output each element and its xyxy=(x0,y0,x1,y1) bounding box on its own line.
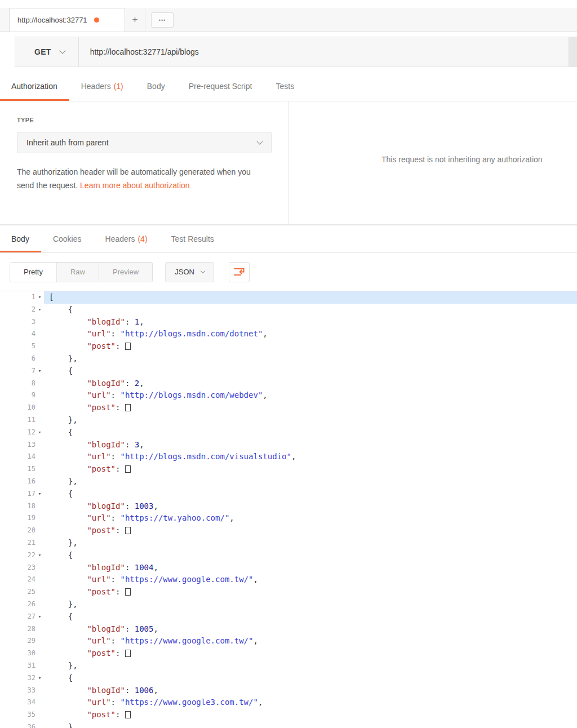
line-number: 36 xyxy=(0,721,35,728)
more-tabs-button[interactable]: ••• xyxy=(151,12,174,28)
line-number: 16 xyxy=(0,476,35,488)
gutter: 29 xyxy=(0,635,44,647)
fold-toggle-icon[interactable]: ▾ xyxy=(35,365,44,378)
gutter: 18 xyxy=(0,500,44,513)
code-line-content: [ xyxy=(44,291,577,304)
code-line: 14 "url": "http://blogs.msdn.com/visuals… xyxy=(0,451,577,463)
collapsed-empty-array-icon[interactable] xyxy=(125,650,131,657)
code-line-content: }, xyxy=(44,721,577,728)
fold-toggle-icon[interactable]: ▾ xyxy=(35,304,44,316)
code-line: 11 }, xyxy=(0,414,577,427)
divider xyxy=(78,37,79,66)
request-url-control: GET http://localhost:32771/api/blogs xyxy=(15,37,577,67)
tab-pre-request-script[interactable]: Pre-request Script xyxy=(177,72,264,101)
url-input[interactable]: http://localhost:32771/api/blogs xyxy=(90,47,199,56)
gutter: 26 xyxy=(0,598,44,611)
line-number: 1 xyxy=(0,291,35,304)
auth-type-dropdown[interactable]: Inherit auth from parent xyxy=(17,132,272,153)
line-number: 5 xyxy=(0,340,35,353)
learn-more-link[interactable]: Learn more about authorization xyxy=(80,181,190,190)
code-line: 3 "blogId": 1, xyxy=(0,316,577,329)
gutter: 5 xyxy=(0,340,44,353)
method-label: GET xyxy=(34,47,51,56)
code-line-content: "post": xyxy=(44,402,577,414)
tab-authorization[interactable]: Authorization xyxy=(0,72,69,101)
gutter: 8 xyxy=(0,378,44,390)
mode-preview[interactable]: Preview xyxy=(99,263,152,282)
mode-pretty[interactable]: Pretty xyxy=(10,263,57,282)
cropped-right-control xyxy=(569,37,576,66)
collapsed-empty-array-icon[interactable] xyxy=(125,404,131,411)
code-lines: 1▾[2▾ {3 "blogId": 1,4 "url": "http://bl… xyxy=(0,291,577,728)
code-line: 36 }, xyxy=(0,721,577,728)
tab-body[interactable]: Body xyxy=(135,72,177,101)
fold-toggle-icon[interactable]: ▾ xyxy=(35,488,44,500)
gutter: 34 xyxy=(0,696,44,709)
auth-help-text: The authorization header will be automat… xyxy=(17,165,256,192)
unsaved-changes-dot xyxy=(94,17,99,23)
collapsed-empty-array-icon[interactable] xyxy=(125,465,131,473)
code-line: 1▾[ xyxy=(0,291,577,304)
code-line-content: }, xyxy=(44,476,577,488)
response-body-editor[interactable]: 1▾[2▾ {3 "blogId": 1,4 "url": "http://bl… xyxy=(0,291,577,728)
response-view-toolbar: Pretty Raw Preview JSON xyxy=(0,253,577,291)
code-line: 24 "url": "https://www.google.com.tw/", xyxy=(0,574,577,586)
line-number: 14 xyxy=(0,451,35,463)
fold-toggle-icon[interactable]: ▾ xyxy=(35,672,44,685)
code-line-content: { xyxy=(44,304,577,316)
collapsed-empty-array-icon[interactable] xyxy=(125,343,131,350)
tab-cookies[interactable]: Cookies xyxy=(41,225,94,252)
open-request-tab[interactable]: http://localhost:32771 xyxy=(9,8,125,32)
line-number: 11 xyxy=(0,414,35,427)
collapsed-empty-array-icon[interactable] xyxy=(125,588,131,596)
line-number: 23 xyxy=(0,562,35,574)
code-line: 17▾ { xyxy=(0,488,577,500)
line-number: 32 xyxy=(0,672,35,685)
code-line-content: { xyxy=(44,549,577,562)
fold-toggle-icon[interactable]: ▾ xyxy=(35,611,44,623)
code-line: 2▾ { xyxy=(0,304,577,316)
code-line: 19 "url": "https://tw.yahoo.com/", xyxy=(0,512,577,525)
code-line-content: { xyxy=(44,611,577,623)
line-number: 27 xyxy=(0,611,35,623)
tab-response-headers[interactable]: Headers (4) xyxy=(94,225,159,252)
collapsed-empty-array-icon[interactable] xyxy=(125,711,131,718)
fold-toggle-icon[interactable]: ▾ xyxy=(35,291,44,304)
gutter: 32▾ xyxy=(0,672,44,685)
fold-toggle-icon[interactable]: ▾ xyxy=(35,427,44,439)
language-dropdown[interactable]: JSON xyxy=(165,262,214,282)
tab-label: Tests xyxy=(276,82,295,91)
tab-label: Authorization xyxy=(11,82,57,91)
gutter: 3 xyxy=(0,316,44,329)
wrap-lines-icon xyxy=(234,267,245,277)
code-line-content: }, xyxy=(44,598,577,611)
tab-response-body[interactable]: Body xyxy=(0,225,41,252)
code-line: 27▾ { xyxy=(0,611,577,623)
gutter: 7▾ xyxy=(0,365,44,378)
code-line: 22▾ { xyxy=(0,549,577,562)
code-line-content: "url": "http://blogs.msdn.com/dotnet", xyxy=(44,328,577,340)
code-line-content: "url": "https://tw.yahoo.com/", xyxy=(44,512,577,525)
collapsed-empty-array-icon[interactable] xyxy=(125,527,131,534)
line-number: 24 xyxy=(0,574,35,586)
tab-tests[interactable]: Tests xyxy=(264,72,307,101)
line-number: 34 xyxy=(0,696,35,709)
code-line-content: "blogId": 1, xyxy=(44,316,577,329)
tab-test-results[interactable]: Test Results xyxy=(159,225,226,252)
tab-headers[interactable]: Headers (1) xyxy=(69,72,135,101)
tab-label: Test Results xyxy=(171,234,214,243)
authorization-panel: TYPE Inherit auth from parent The author… xyxy=(0,101,577,225)
code-line: 13 "blogId": 3, xyxy=(0,439,577,451)
wrap-lines-button[interactable] xyxy=(229,262,250,282)
code-line: 20 "post": xyxy=(0,525,577,537)
code-line-content: "url": "https://www.google.com.tw/", xyxy=(44,635,577,647)
new-tab-button[interactable]: + xyxy=(125,8,145,32)
gutter: 35 xyxy=(0,709,44,721)
line-number: 7 xyxy=(0,365,35,378)
code-line-content: }, xyxy=(44,353,577,365)
fold-toggle-icon[interactable]: ▾ xyxy=(35,549,44,562)
mode-raw[interactable]: Raw xyxy=(57,263,99,282)
method-dropdown[interactable]: GET xyxy=(15,37,78,66)
response-section-tabs: Body Cookies Headers (4) Test Results xyxy=(0,225,577,253)
code-line-content: "post": xyxy=(44,525,577,537)
